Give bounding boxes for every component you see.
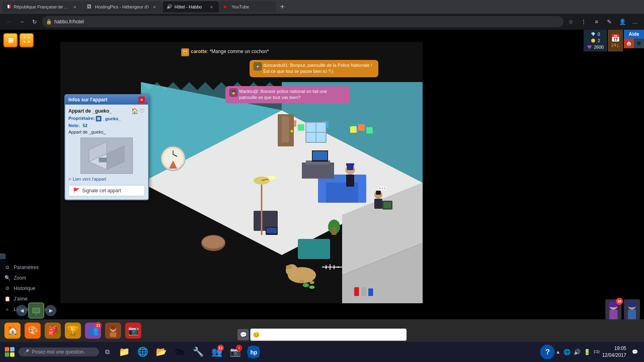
new-tab-button[interactable]: + [277,1,288,12]
notification-area[interactable]: 💬 [629,344,641,360]
tab-youtube[interactable]: ▶ YouTube [220,1,276,12]
task-view-button[interactable]: ⧉ [100,344,114,360]
tab-republic[interactable]: 🇫🇷 République Française de Ha × [2,1,82,12]
address-text: habbo.fr/hotel [54,19,559,25]
taskbar-app-store[interactable]: 🛍 [171,343,188,361]
tab-favicon-2: 🖼 [87,4,93,10]
svg-rect-20 [366,127,373,134]
settings-aide-button[interactable]: ⚙ [634,39,644,48]
signal-label: Signale cet appart [82,188,121,193]
room-favorite-icon[interactable]: ♡ [140,108,145,114]
duncandu91-avatar: 👮 [254,62,262,70]
address-bar[interactable]: 🔒 habbo.fr/hotel [42,16,564,27]
right-panel: 💎 0 🪙 2 💜 2600 📅 24 j. Aide 🏠 [584,30,644,51]
note-label: Note: [68,123,80,128]
chat-bubble-duncandu91: 👮 duncandu91: Bonjour, patrouille de la … [250,60,378,77]
room-nav-next[interactable]: ▶ [45,305,56,316]
notification-icon: 💬 [632,349,638,355]
marilou-avatar: 👧 [229,88,237,97]
signal-flag-icon: 🚩 [73,187,80,194]
taskbar-app-friends[interactable]: 👥 11 [208,343,225,361]
tab-favicon-3: 🔊 [167,4,172,10]
nav-btn-avatar[interactable] [104,321,122,340]
room-nav-icon-svg [30,304,42,317]
nav-btn-achievements[interactable]: 🏆 [64,321,82,340]
tray-expand[interactable]: ▲ [555,349,560,355]
network-icon[interactable]: 🌐 [563,348,571,356]
room-info-body: Appart de _gueko_ 🏠 ♡ Propriétaire: ⊞ _g… [65,105,148,200]
taskbar-app-tools[interactable]: 🔧 [189,343,207,361]
reload-button[interactable]: ↻ [29,16,40,27]
tab-habbo[interactable]: 🔊 Hôtel - Habbo × [163,1,219,12]
panel-item-zoom[interactable]: 🔍 Zoom [0,273,58,283]
clock: 19:05 12/04/2017 [602,345,626,359]
svg-rect-19 [358,124,365,131]
nav-btn-friends[interactable]: 👥 11 [84,321,102,340]
svg-rect-57 [361,287,366,296]
panel-item-parametres[interactable]: ⚙ Paramètres [0,262,58,273]
win-q3 [5,352,9,357]
back-button[interactable]: ← [3,16,14,27]
room-info-close-button[interactable]: × [138,97,145,103]
chat-emoji-icon: 😊 [253,331,260,338]
taskbar-right: ▲ 🌐 🔊 🔋 FR 19:05 12/04/2017 💬 [555,344,642,360]
signal-button[interactable]: 🚩 Signale cet appart [68,185,145,196]
fullscreen-button[interactable]: ⛶ [19,33,34,47]
language-indicator[interactable]: FR [594,350,600,354]
help-button[interactable]: ? [540,345,555,359]
layout-button[interactable]: ⊞ [3,33,18,47]
chat-mode-button[interactable]: 💬 [237,329,249,340]
svg-point-74 [268,176,276,180]
start-button[interactable] [2,344,18,360]
room-nav-current[interactable] [28,302,44,319]
svg-rect-78 [384,202,391,208]
avatar-badge-1[interactable]: 26 [605,299,621,319]
taskbar-app-hp[interactable]: hp [245,343,262,361]
extensions-button[interactable]: ⋮ [578,16,589,27]
game-area: ⊞ ⛶ Infos sur l'appart × Appart de _guek… [0,30,644,342]
panel-item-historique[interactable]: ⚙ Historique [0,283,58,294]
edit-button[interactable]: ✎ [604,16,615,27]
room-link-row[interactable]: » Lien vers l'appart [68,176,145,182]
search-placeholder: Posez-moi une question. [32,349,85,355]
nav-btn-navigator[interactable]: 🏠 [3,321,22,340]
svg-point-69 [382,188,383,189]
menu-button[interactable]: ≡ [591,16,602,27]
avatar-badge-2[interactable] [624,299,640,319]
nav-btn-camera[interactable]: 📷 [124,321,142,340]
battery-icon[interactable]: 🔋 [583,348,591,356]
taskbar-app-camera-task[interactable]: 📷 ! [226,343,244,361]
folder-icon: 📂 [155,346,167,358]
home-aide-button[interactable]: 🏠 [624,39,634,48]
search-bar[interactable]: 🎤 Posez-moi une question. [19,348,99,356]
tools-icon: 🔧 [192,346,204,358]
svg-rect-58 [368,288,373,296]
profile-button[interactable]: 👤 [617,16,628,27]
win-q4 [10,352,14,357]
tab-title-1: République Française de Ha [14,4,69,9]
taskbar-app-files[interactable]: 📁 [115,343,133,361]
room-nav-prev[interactable]: ◀ [16,305,27,316]
svg-rect-18 [350,126,357,133]
svg-rect-76 [266,228,277,233]
aide-button[interactable]: Aide [624,30,644,39]
chat-bubble-carotte: 🐱 carotte: *Mange comme un cochon* [177,46,273,59]
link-icon: » [4,306,10,313]
tab-close-2[interactable]: × [151,4,158,10]
tab-close-3[interactable]: × [208,4,215,10]
tab-close-1[interactable]: × [72,4,78,10]
win-q2 [10,347,14,352]
tab-hostingpics[interactable]: 🖼 HostingPics - Hébergeur d'i × [83,1,162,12]
chat-input[interactable] [261,332,404,337]
taskbar-app-folder[interactable]: 📂 [152,343,170,361]
bookmark-button[interactable]: ☆ [565,16,576,27]
more-button[interactable]: … [630,16,641,27]
svg-rect-42 [332,227,336,235]
volume-icon[interactable]: 🔊 [573,348,581,356]
forward-button[interactable]: → [16,16,27,27]
camera-taskbar-badge: ! [236,345,242,351]
taskbar-app-edge[interactable]: 🌐 [134,343,151,361]
nav-btn-inventory[interactable]: 🎒 [43,321,62,340]
room-settings-icon[interactable]: 🏠 [131,108,138,114]
nav-btn-catalog[interactable]: 🎨 [23,321,42,340]
